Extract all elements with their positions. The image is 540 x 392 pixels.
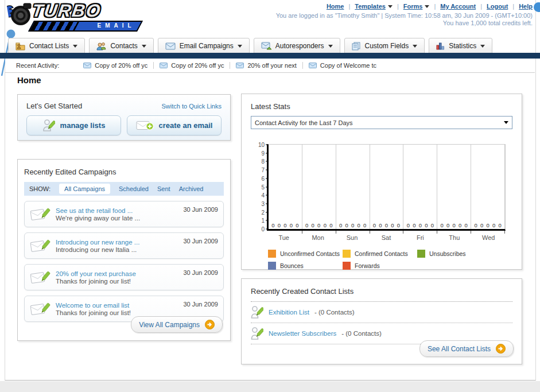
nav-link-my-account[interactable]: My Account [440, 3, 476, 10]
contact-list-item[interactable]: Exhibition List - (0 Contacts) [251, 302, 512, 323]
y-axis-tick: 8 [256, 158, 269, 165]
chevron-down-icon [388, 5, 393, 8]
x-axis-label: Sun [335, 234, 369, 241]
menu-tab-contact-lists[interactable]: Contact Lists [8, 38, 85, 54]
contact-list-link[interactable]: Exhibition List [269, 309, 309, 316]
nav-link-logout[interactable]: Logout [487, 3, 508, 10]
campaign-row[interactable]: 20% off your next purchase Thanks for jo… [24, 264, 224, 290]
manage-lists-label: manage lists [60, 121, 106, 130]
turbo-email-logo[interactable]: TURBO EMAIL [6, 2, 149, 33]
nav-separator: | [397, 3, 399, 10]
contact-list-link[interactable]: Newsletter Subscribers [269, 330, 336, 337]
logo-bar: EMAIL [28, 21, 143, 32]
campaign-title-link[interactable]: 20% off your next purchase [56, 270, 183, 277]
email-campaigns-icon [165, 42, 176, 50]
bar-value-label: 0 [345, 222, 348, 228]
tab-sent[interactable]: Sent [157, 185, 170, 192]
campaign-date: 30 Jun 2009 [183, 269, 218, 276]
bar-value-label: 0 [357, 222, 360, 228]
x-axis-label: Sat [369, 234, 403, 241]
recent-activity-label: Recent Activity: [16, 62, 59, 69]
manage-lists-button[interactable]: manage lists [26, 115, 121, 135]
bar-value-label: 0 [373, 222, 376, 228]
menu-tab-custom-fields[interactable]: Custom Fields [344, 38, 425, 54]
chart-plot: 0000000000000000000000000000000000001234… [267, 144, 506, 231]
envelope-edit-icon [30, 207, 50, 222]
recent-activity-item[interactable]: Copy of 20% off yc [77, 62, 154, 69]
menu-tab-autoresponders[interactable]: Autoresponders [254, 38, 340, 54]
contacts-icon [96, 42, 106, 51]
x-axis-label: Thu [437, 234, 471, 241]
campaign-row[interactable]: See us at the retail food ... We're givi… [24, 201, 224, 227]
legend-swatch [343, 262, 351, 270]
envelope-edit-icon [30, 270, 50, 285]
campaign-title-link[interactable]: See us at the retail food ... [56, 207, 183, 214]
y-axis-tick: 0 [256, 226, 269, 232]
bar-value-label: 0 [425, 222, 428, 228]
nav-separator: | [512, 3, 514, 10]
recent-activity-item[interactable]: Copy of 20% off yc [154, 62, 230, 69]
bar-value-label: 0 [339, 222, 342, 228]
x-axis-label: Wed [472, 234, 506, 241]
bar-value-label: 0 [465, 222, 468, 228]
menu-tab-statistics[interactable]: Statistics [429, 38, 492, 54]
x-axis-label: Mon [301, 234, 335, 241]
chart-day-group: 00000 [336, 145, 370, 229]
person-pencil-icon [251, 305, 263, 320]
envelope-icon [83, 63, 91, 68]
recent-activity-item[interactable]: 20% off your next [230, 62, 302, 69]
bar-value-label: 0 [498, 222, 501, 228]
top-nav: Home | Templates | Forms | My Account | … [327, 3, 533, 10]
nav-link-help[interactable]: Help [519, 3, 533, 10]
envelope-icon [160, 63, 168, 68]
envelope-edit-icon [30, 238, 50, 254]
contact-lists-panel-title: Recently Created Contact Lists [251, 287, 353, 296]
legend-swatch [268, 250, 276, 258]
bar-value-label: 0 [486, 222, 489, 228]
campaign-subtitle: Thanks for joining our list! [56, 309, 183, 316]
get-started-panel: Let's Get Started Switch to Quick Links … [17, 94, 231, 141]
create-an-email-label: create an email [159, 121, 213, 130]
nav-link-forms[interactable]: Forms [403, 3, 430, 10]
chevron-down-icon [413, 45, 417, 48]
see-all-contact-lists-button[interactable]: See All Contact Lists [419, 340, 514, 357]
y-axis-tick: 4 [256, 192, 269, 199]
campaign-row[interactable]: Introducing our new range ... Introducin… [24, 232, 224, 259]
menu-tab-email-campaigns[interactable]: Email Campaigns [158, 38, 250, 54]
campaign-title-link[interactable]: Introducing our new range ... [56, 239, 183, 246]
legend-label: Forwards [355, 262, 380, 269]
view-all-campaigns-button[interactable]: View All Campaigns [131, 316, 223, 333]
y-axis-tick: 9 [256, 150, 269, 156]
bar-value-label: 0 [419, 222, 422, 228]
contact-list-detail: - (0 Contacts) [341, 330, 382, 337]
create-an-email-button[interactable]: create an email [127, 115, 222, 135]
campaign-title-link[interactable]: Welcome to our email list [56, 302, 183, 309]
menu-tab-contacts[interactable]: Contacts [89, 38, 153, 54]
chart-day-group: 00000 [302, 145, 336, 229]
menu-tab-label: Email Campaigns [180, 42, 234, 50]
nav-link-home[interactable]: Home [327, 3, 344, 10]
tab-archived[interactable]: Archived [179, 185, 204, 192]
tab-all-campaigns[interactable]: All Campaigns [59, 184, 110, 194]
switch-to-quick-links-link[interactable]: Switch to Quick Links [161, 103, 222, 110]
help-bubble-icon[interactable] [534, 2, 540, 12]
navy-divider-bar [0, 53, 540, 59]
legend-item-unconfirmed: Unconfirmed Contacts [268, 250, 343, 258]
chart-day-group: 00000 [403, 145, 437, 229]
contact-lists-icon [15, 42, 25, 51]
chevron-down-icon [425, 5, 429, 8]
stats-filter-select[interactable]: Contact Activity for the Last 7 Days [251, 116, 512, 129]
chart-legend: Unconfirmed Contacts Confirmed Contacts … [268, 250, 512, 270]
bar-value-label: 0 [385, 222, 388, 228]
envelope-icon [309, 63, 317, 68]
campaign-date: 30 Jun 2009 [183, 238, 218, 244]
recent-activity-item[interactable]: Copy of Welcome tc [303, 62, 382, 69]
nav-link-templates[interactable]: Templates [355, 3, 393, 10]
y-axis-tick: 6 [256, 175, 269, 181]
chart-day-group: 00000 [437, 145, 471, 229]
y-axis-tick: 2 [256, 209, 269, 215]
page-title: Home [17, 75, 41, 85]
recently-created-contact-lists-panel: Recently Created Contact Lists Exhibitio… [241, 278, 522, 364]
tab-scheduled[interactable]: Scheduled [119, 185, 149, 192]
x-axis-label: Tue [267, 234, 301, 241]
